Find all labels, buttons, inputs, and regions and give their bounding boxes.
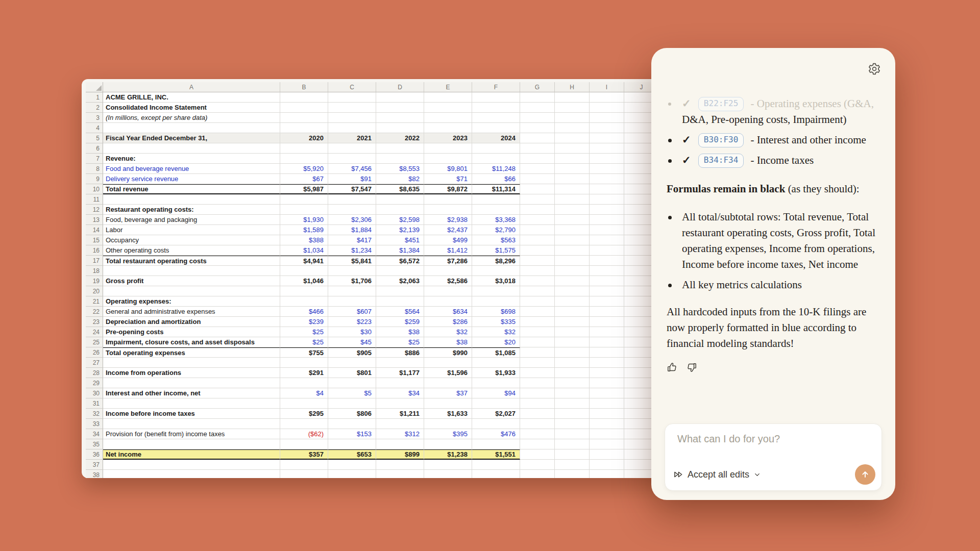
- cell-D35[interactable]: [376, 439, 424, 449]
- cell-H12[interactable]: [555, 205, 590, 215]
- cell-G16[interactable]: [520, 245, 555, 256]
- cell-F36[interactable]: $1,551: [472, 449, 520, 460]
- cell-A38[interactable]: [103, 470, 280, 478]
- cell-C3[interactable]: [328, 113, 376, 123]
- cell-A34[interactable]: Provision for (benefit from) income taxe…: [103, 429, 280, 439]
- cell-I33[interactable]: [590, 419, 624, 429]
- cell-E33[interactable]: [424, 419, 472, 429]
- cell-H22[interactable]: [555, 307, 590, 317]
- cell-I8[interactable]: [590, 164, 624, 174]
- cell-range-chip[interactable]: B34:F34: [698, 154, 744, 168]
- cell-G20[interactable]: [520, 286, 555, 296]
- cell-F1[interactable]: [472, 92, 520, 103]
- cell-E37[interactable]: [424, 460, 472, 470]
- cell-B32[interactable]: $295: [280, 409, 328, 419]
- chat-input[interactable]: [676, 433, 872, 445]
- cell-B12[interactable]: [280, 205, 328, 215]
- cell-B26[interactable]: $755: [280, 347, 328, 358]
- cell-H17[interactable]: [555, 256, 590, 266]
- cell-E12[interactable]: [424, 205, 472, 215]
- row-header-17[interactable]: 17: [86, 256, 103, 266]
- row-header-12[interactable]: 12: [86, 205, 103, 215]
- cell-E28[interactable]: $1,596: [424, 368, 472, 378]
- cell-A22[interactable]: General and administrative expenses: [103, 307, 280, 317]
- cell-A11[interactable]: [103, 194, 280, 205]
- cell-B7[interactable]: [280, 154, 328, 164]
- cell-I27[interactable]: [590, 358, 624, 368]
- cell-G33[interactable]: [520, 419, 555, 429]
- cell-E2[interactable]: [424, 103, 472, 113]
- cell-C2[interactable]: [328, 103, 376, 113]
- row-header-1[interactable]: 1: [86, 92, 103, 103]
- column-header-C[interactable]: C: [328, 82, 376, 92]
- cell-F11[interactable]: [472, 194, 520, 205]
- cell-A12[interactable]: Restaurant operating costs:: [103, 205, 280, 215]
- cell-F5[interactable]: 2024: [472, 133, 520, 143]
- cell-E11[interactable]: [424, 194, 472, 205]
- cell-F27[interactable]: [472, 358, 520, 368]
- cell-F15[interactable]: $563: [472, 235, 520, 245]
- cell-F22[interactable]: $698: [472, 307, 520, 317]
- row-header-23[interactable]: 23: [86, 317, 103, 327]
- cell-D24[interactable]: $38: [376, 327, 424, 337]
- cell-B3[interactable]: [280, 113, 328, 123]
- cell-A3[interactable]: (In millions, except per share data): [103, 113, 280, 123]
- cell-H13[interactable]: [555, 215, 590, 225]
- cell-A7[interactable]: Revenue:: [103, 154, 280, 164]
- thumbs-up-icon[interactable]: [667, 362, 678, 373]
- cell-A17[interactable]: Total restaurant operating costs: [103, 256, 280, 266]
- cell-D20[interactable]: [376, 286, 424, 296]
- cell-D26[interactable]: $886: [376, 347, 424, 358]
- cell-I29[interactable]: [590, 378, 624, 388]
- cell-G19[interactable]: [520, 276, 555, 286]
- cell-I14[interactable]: [590, 225, 624, 235]
- cell-A27[interactable]: [103, 358, 280, 368]
- row-header-34[interactable]: 34: [86, 429, 103, 439]
- cell-H20[interactable]: [555, 286, 590, 296]
- cell-B6[interactable]: [280, 143, 328, 154]
- cell-G32[interactable]: [520, 409, 555, 419]
- cell-D2[interactable]: [376, 103, 424, 113]
- cell-E21[interactable]: [424, 296, 472, 307]
- cell-E10[interactable]: $9,872: [424, 184, 472, 194]
- cell-G13[interactable]: [520, 215, 555, 225]
- cell-I20[interactable]: [590, 286, 624, 296]
- cell-H23[interactable]: [555, 317, 590, 327]
- cell-C22[interactable]: $607: [328, 307, 376, 317]
- cell-B8[interactable]: $5,920: [280, 164, 328, 174]
- cell-B16[interactable]: $1,034: [280, 245, 328, 256]
- cell-G34[interactable]: [520, 429, 555, 439]
- cell-A30[interactable]: Interest and other income, net: [103, 388, 280, 398]
- cell-B19[interactable]: $1,046: [280, 276, 328, 286]
- cell-G3[interactable]: [520, 113, 555, 123]
- row-header-25[interactable]: 25: [86, 337, 103, 347]
- cell-H26[interactable]: [555, 347, 590, 358]
- cell-H25[interactable]: [555, 337, 590, 347]
- cell-I15[interactable]: [590, 235, 624, 245]
- cell-I13[interactable]: [590, 215, 624, 225]
- cell-E22[interactable]: $634: [424, 307, 472, 317]
- cell-F8[interactable]: $11,248: [472, 164, 520, 174]
- cell-D25[interactable]: $25: [376, 337, 424, 347]
- cell-D33[interactable]: [376, 419, 424, 429]
- cell-E1[interactable]: [424, 92, 472, 103]
- cell-C31[interactable]: [328, 398, 376, 409]
- cell-C4[interactable]: [328, 123, 376, 133]
- cell-B31[interactable]: [280, 398, 328, 409]
- cell-I12[interactable]: [590, 205, 624, 215]
- cell-I31[interactable]: [590, 398, 624, 409]
- cell-D38[interactable]: [376, 470, 424, 478]
- cell-C15[interactable]: $417: [328, 235, 376, 245]
- cell-H38[interactable]: [555, 470, 590, 478]
- cell-B28[interactable]: $291: [280, 368, 328, 378]
- cell-H16[interactable]: [555, 245, 590, 256]
- cell-G17[interactable]: [520, 256, 555, 266]
- cell-F31[interactable]: [472, 398, 520, 409]
- cell-C28[interactable]: $801: [328, 368, 376, 378]
- cell-B20[interactable]: [280, 286, 328, 296]
- cell-A14[interactable]: Labor: [103, 225, 280, 235]
- cell-range-chip[interactable]: B30:F30: [698, 133, 744, 147]
- cell-A16[interactable]: Other operating costs: [103, 245, 280, 256]
- row-header-27[interactable]: 27: [86, 358, 103, 368]
- cell-C9[interactable]: $91: [328, 174, 376, 184]
